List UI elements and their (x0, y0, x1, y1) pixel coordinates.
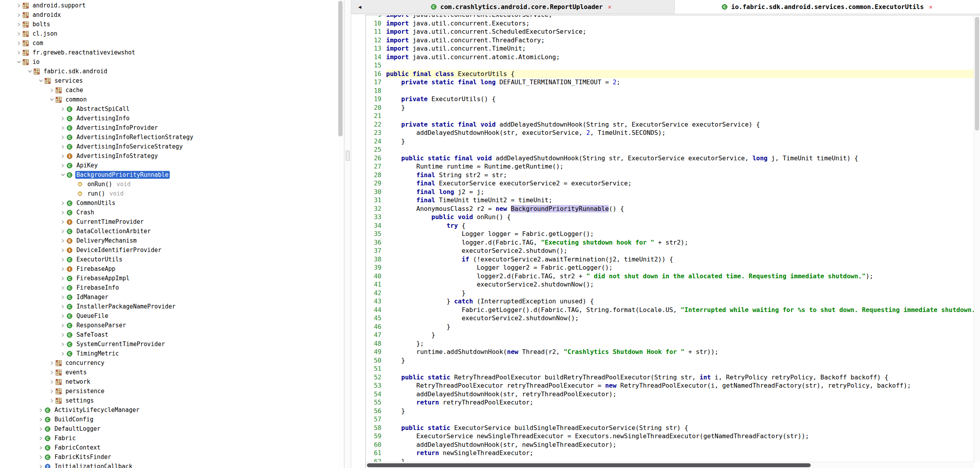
chevron-collapsed-icon[interactable] (59, 145, 67, 149)
code-line[interactable]: 39 Logger logger2 = Fabric.getLogger(); (366, 263, 974, 272)
code-line[interactable]: 13import java.util.concurrent.TimeUnit; (366, 44, 974, 53)
tree-item[interactable]: CInstallerPackageNameProvider (0, 302, 344, 311)
tree-item[interactable]: CSafeToast (0, 330, 344, 339)
tree-item[interactable]: CAdvertisingInfo (0, 114, 344, 123)
chevron-collapsed-icon[interactable] (15, 32, 23, 36)
code-line[interactable]: 50 } (366, 356, 974, 365)
tree-item[interactable]: CQueueFile (0, 311, 344, 321)
code-line[interactable]: 34 try { (366, 221, 974, 230)
chevron-collapsed-icon[interactable] (59, 220, 67, 224)
tree-item[interactable]: fabric.sdk.android (0, 67, 344, 76)
code-line[interactable]: 27 Runtime runtime = Runtime.getRuntime(… (366, 162, 974, 171)
code-line[interactable]: 41 executorService2.shutdownNow(); (366, 280, 974, 289)
editor-horizontal-scrollbar-thumb[interactable] (367, 463, 811, 467)
tree-item[interactable]: persistence (0, 386, 344, 396)
tree-item[interactable]: IFirebaseApp (0, 264, 344, 274)
code-line[interactable]: 10import java.util.concurrent.Executors; (366, 19, 974, 28)
code-line[interactable]: 40 logger2.d(Fabric.TAG, str2 + " did no… (366, 272, 974, 281)
tree-item[interactable]: CSystemCurrentTimeProvider (0, 339, 344, 349)
code-line[interactable]: 12import java.util.concurrent.ThreadFact… (366, 36, 974, 45)
tree-item[interactable]: CFabricKitsFinder (0, 452, 344, 462)
code-line[interactable]: 56 } (366, 407, 974, 415)
tree-item[interactable]: IInitializationCallback (0, 462, 344, 468)
chevron-collapsed-icon[interactable] (15, 4, 23, 8)
chevron-collapsed-icon[interactable] (59, 314, 67, 318)
code-line[interactable]: 20 } (366, 103, 974, 112)
tree-item[interactable]: common (0, 95, 344, 104)
chevron-collapsed-icon[interactable] (59, 248, 67, 252)
code-line[interactable]: 49 runtime.addShutdownHook(new Thread(r2… (366, 348, 974, 356)
tree-item[interactable]: cl.json (0, 29, 344, 38)
tree-item[interactable]: CTimingMetric (0, 349, 344, 358)
chevron-collapsed-icon[interactable] (37, 408, 45, 412)
tree-item[interactable]: services (0, 76, 344, 85)
code-line[interactable]: 25​ (366, 145, 974, 154)
chevron-collapsed-icon[interactable] (59, 342, 67, 346)
tree-item[interactable]: io (0, 57, 344, 67)
tree-item[interactable]: androidx (0, 10, 344, 20)
chevron-collapsed-icon[interactable] (37, 417, 45, 422)
code-line[interactable]: 51​ (366, 365, 974, 373)
tree-item[interactable]: CExecutorUtils (0, 255, 344, 264)
code-line[interactable]: 17 private static final long DEFAULT_TER… (366, 78, 974, 87)
tree-item[interactable]: CActivityLifecycleManager (0, 405, 344, 415)
chevron-collapsed-icon[interactable] (59, 201, 67, 205)
chevron-collapsed-icon[interactable] (59, 258, 67, 262)
tree-item[interactable]: CAdvertisingInfoServiceStrategy (0, 142, 344, 151)
editor-tab[interactable]: Ccom.crashlytics.android.core.ReportUplo… (368, 0, 674, 14)
chevron-collapsed-icon[interactable] (15, 13, 23, 17)
code-line[interactable]: 46 } (366, 323, 974, 331)
tree-item[interactable]: CApiKey (0, 161, 344, 170)
chevron-collapsed-icon[interactable] (48, 88, 56, 93)
code-line[interactable]: 9import java.util.concurrent.ExecutorSer… (366, 15, 974, 19)
code-line[interactable]: 62 } (366, 457, 974, 462)
splitter-grip-handle[interactable] (346, 151, 350, 161)
tree-item[interactable]: monRun()void (0, 180, 344, 189)
tree-item[interactable]: EDeliveryMechanism (0, 236, 344, 245)
code-line[interactable]: 26 public static final void addDelayedSh… (366, 154, 974, 163)
chevron-collapsed-icon[interactable] (59, 116, 67, 121)
chevron-collapsed-icon[interactable] (15, 41, 23, 45)
chevron-expanded-icon[interactable] (26, 70, 34, 73)
code-line[interactable]: 19 private ExecutorUtils() { (366, 95, 974, 103)
chevron-collapsed-icon[interactable] (59, 267, 67, 271)
code-line[interactable]: 11import java.util.concurrent.ScheduledE… (366, 27, 974, 36)
tree-item[interactable]: mrun()void (0, 189, 344, 198)
chevron-collapsed-icon[interactable] (15, 51, 23, 55)
chevron-collapsed-icon[interactable] (48, 389, 56, 394)
chevron-collapsed-icon[interactable] (59, 210, 67, 215)
tree-item[interactable]: CDefaultLogger (0, 424, 344, 434)
chevron-expanded-icon[interactable] (59, 173, 67, 176)
code-line[interactable]: 43 } catch (InterruptedException unused)… (366, 297, 974, 306)
tree-item[interactable]: CFirebaseInfo (0, 283, 344, 292)
code-line[interactable]: 61 return newSingleThreadExecutor; (366, 449, 974, 457)
code-line[interactable]: 33 public void onRun() { (366, 213, 974, 221)
chevron-collapsed-icon[interactable] (37, 446, 45, 450)
tree-item[interactable]: CFabricContext (0, 443, 344, 452)
tree-item[interactable]: network (0, 377, 344, 386)
tree-item[interactable]: CResponseParser (0, 321, 344, 330)
tree-item[interactable]: IAdvertisingInfoStrategy (0, 151, 344, 161)
tree-item[interactable]: CCommonUtils (0, 198, 344, 208)
code-line[interactable]: 30 final long j2 = j; (366, 188, 974, 196)
code-line[interactable]: 45 executorService2.shutdownNow(); (366, 314, 974, 323)
chevron-collapsed-icon[interactable] (15, 22, 23, 27)
code-line[interactable]: 21​ (366, 112, 974, 120)
chevron-collapsed-icon[interactable] (48, 370, 56, 375)
tree-item[interactable]: ICurrentTimeProvider (0, 217, 344, 227)
code-line[interactable]: 54 addDelayedShutdownHook(str, retryThre… (366, 390, 974, 399)
tree-item[interactable]: concurrency (0, 358, 344, 368)
code-line[interactable]: 42 } (366, 289, 974, 297)
close-tab-icon[interactable]: ✕ (929, 3, 933, 11)
code-line[interactable]: 59 ExecutorService newSingleThreadExecut… (366, 432, 974, 441)
tree-item[interactable]: IDeviceIdentifierProvider (0, 245, 344, 255)
tree-item[interactable]: CCrash (0, 208, 344, 217)
chevron-collapsed-icon[interactable] (59, 107, 67, 111)
chevron-collapsed-icon[interactable] (59, 135, 67, 140)
chevron-collapsed-icon[interactable] (59, 239, 67, 243)
code-line[interactable]: 44 Fabric.getLogger().d(Fabric.TAG, Stri… (366, 306, 974, 314)
tree-item[interactable]: CFirebaseAppImpl (0, 274, 344, 283)
tree-item[interactable]: CAbstractSpiCall (0, 104, 344, 114)
code-line[interactable]: 48 }; (366, 339, 974, 348)
code-line[interactable]: 37 executorService2.shutdown(); (366, 247, 974, 255)
